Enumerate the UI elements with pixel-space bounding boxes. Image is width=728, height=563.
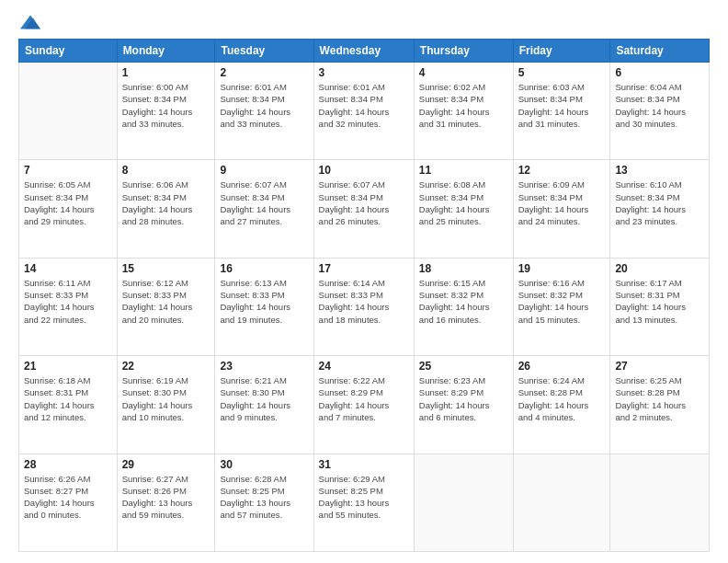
weekday-header-saturday: Saturday: [610, 40, 710, 63]
day-info: Sunrise: 6:10 AM Sunset: 8:34 PM Dayligh…: [615, 178, 704, 227]
calendar-cell: 18Sunrise: 6:15 AM Sunset: 8:32 PM Dayli…: [414, 258, 513, 355]
day-info: Sunrise: 6:16 AM Sunset: 8:32 PM Dayligh…: [518, 277, 606, 326]
weekday-header-wednesday: Wednesday: [313, 40, 414, 63]
calendar-table: SundayMondayTuesdayWednesdayThursdayFrid…: [18, 39, 710, 552]
calendar-cell: 16Sunrise: 6:13 AM Sunset: 8:33 PM Dayli…: [215, 258, 313, 355]
calendar-cell: 17Sunrise: 6:14 AM Sunset: 8:33 PM Dayli…: [313, 258, 414, 355]
day-number: 12: [518, 164, 606, 177]
calendar-cell: 13Sunrise: 6:10 AM Sunset: 8:34 PM Dayli…: [610, 160, 710, 258]
day-number: 26: [518, 360, 606, 373]
calendar-cell: 23Sunrise: 6:21 AM Sunset: 8:30 PM Dayli…: [215, 356, 313, 454]
calendar-cell: 22Sunrise: 6:19 AM Sunset: 8:30 PM Dayli…: [117, 356, 215, 454]
calendar-cell: 25Sunrise: 6:23 AM Sunset: 8:29 PM Dayli…: [414, 356, 513, 454]
day-info: Sunrise: 6:09 AM Sunset: 8:34 PM Dayligh…: [518, 178, 606, 227]
calendar-cell: [610, 454, 710, 551]
calendar-cell: [513, 454, 610, 551]
day-info: Sunrise: 6:12 AM Sunset: 8:33 PM Dayligh…: [122, 277, 210, 326]
day-number: 10: [319, 164, 409, 177]
day-number: 4: [419, 66, 508, 79]
calendar-cell: 6Sunrise: 6:04 AM Sunset: 8:34 PM Daylig…: [610, 63, 710, 160]
day-info: Sunrise: 6:25 AM Sunset: 8:28 PM Dayligh…: [615, 374, 704, 423]
calendar-cell: 24Sunrise: 6:22 AM Sunset: 8:29 PM Dayli…: [313, 356, 414, 454]
day-number: 25: [419, 360, 508, 373]
calendar-week-row: 1Sunrise: 6:00 AM Sunset: 8:34 PM Daylig…: [19, 63, 710, 160]
day-info: Sunrise: 6:02 AM Sunset: 8:34 PM Dayligh…: [419, 81, 508, 130]
calendar-cell: 8Sunrise: 6:06 AM Sunset: 8:34 PM Daylig…: [117, 160, 215, 258]
day-number: 11: [419, 164, 508, 177]
calendar-cell: 7Sunrise: 6:05 AM Sunset: 8:34 PM Daylig…: [19, 160, 118, 258]
day-number: 21: [24, 360, 112, 373]
logo-icon: [20, 15, 40, 29]
calendar-cell: 28Sunrise: 6:26 AM Sunset: 8:27 PM Dayli…: [19, 454, 118, 551]
day-info: Sunrise: 6:22 AM Sunset: 8:29 PM Dayligh…: [319, 374, 409, 423]
header: [18, 15, 710, 29]
calendar-cell: 29Sunrise: 6:27 AM Sunset: 8:26 PM Dayli…: [117, 454, 215, 551]
day-info: Sunrise: 6:21 AM Sunset: 8:30 PM Dayligh…: [220, 374, 308, 423]
calendar-cell: [19, 63, 118, 160]
calendar-cell: 12Sunrise: 6:09 AM Sunset: 8:34 PM Dayli…: [513, 160, 610, 258]
day-number: 31: [319, 458, 409, 471]
calendar-cell: 11Sunrise: 6:08 AM Sunset: 8:34 PM Dayli…: [414, 160, 513, 258]
calendar-cell: 14Sunrise: 6:11 AM Sunset: 8:33 PM Dayli…: [19, 258, 118, 355]
day-number: 2: [220, 66, 308, 79]
day-info: Sunrise: 6:00 AM Sunset: 8:34 PM Dayligh…: [122, 81, 210, 130]
day-number: 14: [24, 262, 112, 275]
calendar-cell: 9Sunrise: 6:07 AM Sunset: 8:34 PM Daylig…: [215, 160, 313, 258]
calendar-cell: 1Sunrise: 6:00 AM Sunset: 8:34 PM Daylig…: [117, 63, 215, 160]
day-number: 20: [615, 262, 704, 275]
day-number: 5: [518, 66, 606, 79]
calendar-cell: 27Sunrise: 6:25 AM Sunset: 8:28 PM Dayli…: [610, 356, 710, 454]
day-number: 23: [220, 360, 308, 373]
weekday-header-sunday: Sunday: [19, 40, 118, 63]
day-number: 30: [220, 458, 308, 471]
calendar-cell: 4Sunrise: 6:02 AM Sunset: 8:34 PM Daylig…: [414, 63, 513, 160]
weekday-header-thursday: Thursday: [414, 40, 513, 63]
calendar-cell: 3Sunrise: 6:01 AM Sunset: 8:34 PM Daylig…: [313, 63, 414, 160]
day-number: 3: [319, 66, 409, 79]
calendar-cell: 5Sunrise: 6:03 AM Sunset: 8:34 PM Daylig…: [513, 63, 610, 160]
weekday-header-row: SundayMondayTuesdayWednesdayThursdayFrid…: [19, 40, 710, 63]
calendar-cell: 10Sunrise: 6:07 AM Sunset: 8:34 PM Dayli…: [313, 160, 414, 258]
day-info: Sunrise: 6:27 AM Sunset: 8:26 PM Dayligh…: [122, 473, 210, 522]
day-info: Sunrise: 6:01 AM Sunset: 8:34 PM Dayligh…: [220, 81, 308, 130]
day-info: Sunrise: 6:23 AM Sunset: 8:29 PM Dayligh…: [419, 374, 508, 423]
calendar-cell: 15Sunrise: 6:12 AM Sunset: 8:33 PM Dayli…: [117, 258, 215, 355]
day-number: 9: [220, 164, 308, 177]
day-number: 24: [319, 360, 409, 373]
day-number: 8: [122, 164, 210, 177]
day-info: Sunrise: 6:06 AM Sunset: 8:34 PM Dayligh…: [122, 178, 210, 227]
day-number: 1: [122, 66, 210, 79]
calendar-cell: 2Sunrise: 6:01 AM Sunset: 8:34 PM Daylig…: [215, 63, 313, 160]
day-info: Sunrise: 6:13 AM Sunset: 8:33 PM Dayligh…: [220, 277, 308, 326]
day-info: Sunrise: 6:19 AM Sunset: 8:30 PM Dayligh…: [122, 374, 210, 423]
day-number: 7: [24, 164, 112, 177]
day-info: Sunrise: 6:01 AM Sunset: 8:34 PM Dayligh…: [319, 81, 409, 130]
day-info: Sunrise: 6:14 AM Sunset: 8:33 PM Dayligh…: [319, 277, 409, 326]
page: SundayMondayTuesdayWednesdayThursdayFrid…: [0, 0, 728, 563]
day-info: Sunrise: 6:07 AM Sunset: 8:34 PM Dayligh…: [220, 178, 308, 227]
calendar-week-row: 28Sunrise: 6:26 AM Sunset: 8:27 PM Dayli…: [19, 454, 710, 551]
day-number: 28: [24, 458, 112, 471]
day-info: Sunrise: 6:05 AM Sunset: 8:34 PM Dayligh…: [24, 178, 112, 227]
calendar-cell: 19Sunrise: 6:16 AM Sunset: 8:32 PM Dayli…: [513, 258, 610, 355]
calendar-week-row: 14Sunrise: 6:11 AM Sunset: 8:33 PM Dayli…: [19, 258, 710, 355]
day-info: Sunrise: 6:24 AM Sunset: 8:28 PM Dayligh…: [518, 374, 606, 423]
day-number: 27: [615, 360, 704, 373]
calendar-cell: 30Sunrise: 6:28 AM Sunset: 8:25 PM Dayli…: [215, 454, 313, 551]
logo: [18, 15, 40, 29]
day-info: Sunrise: 6:18 AM Sunset: 8:31 PM Dayligh…: [24, 374, 112, 423]
day-number: 29: [122, 458, 210, 471]
day-info: Sunrise: 6:17 AM Sunset: 8:31 PM Dayligh…: [615, 277, 704, 326]
weekday-header-friday: Friday: [513, 40, 610, 63]
day-info: Sunrise: 6:07 AM Sunset: 8:34 PM Dayligh…: [319, 178, 409, 227]
calendar-week-row: 21Sunrise: 6:18 AM Sunset: 8:31 PM Dayli…: [19, 356, 710, 454]
day-info: Sunrise: 6:28 AM Sunset: 8:25 PM Dayligh…: [220, 473, 308, 522]
day-info: Sunrise: 6:15 AM Sunset: 8:32 PM Dayligh…: [419, 277, 508, 326]
calendar-cell: [414, 454, 513, 551]
day-info: Sunrise: 6:26 AM Sunset: 8:27 PM Dayligh…: [24, 473, 112, 522]
day-number: 6: [615, 66, 704, 79]
calendar-cell: 21Sunrise: 6:18 AM Sunset: 8:31 PM Dayli…: [19, 356, 118, 454]
calendar-cell: 26Sunrise: 6:24 AM Sunset: 8:28 PM Dayli…: [513, 356, 610, 454]
day-number: 18: [419, 262, 508, 275]
weekday-header-tuesday: Tuesday: [215, 40, 313, 63]
